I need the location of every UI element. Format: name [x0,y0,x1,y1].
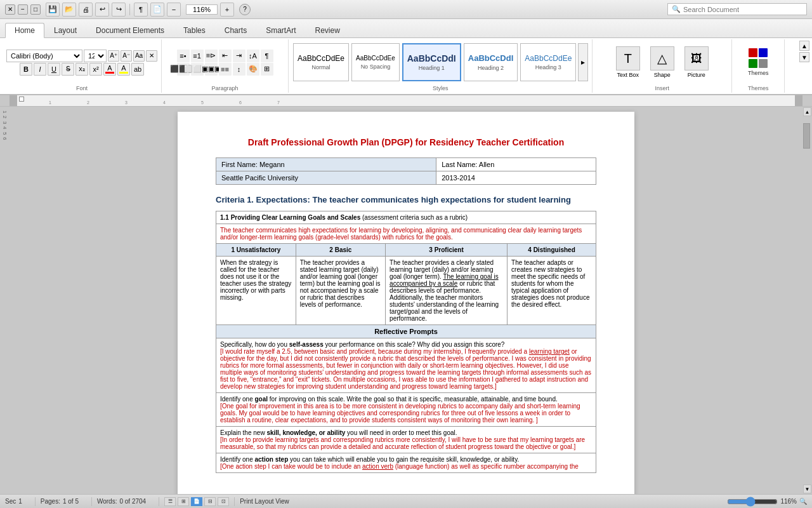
col-content-1: When the strategy is called for the teac… [216,257,296,325]
clear-format-btn[interactable]: ✕ [146,50,157,62]
insert-shape-btn[interactable]: △ Shape [646,42,678,83]
prompt-cell-1: Specifically, how do you self-assess you… [216,338,596,393]
font-size-decrease-btn[interactable]: A⁻ [121,50,132,62]
tab-review[interactable]: Review [305,23,349,37]
prompt-row-4: Identify one action step you can take wh… [216,453,596,473]
sort-btn[interactable]: ↕A [247,50,259,62]
view-list-btn[interactable]: ⊞ [178,497,189,506]
font-case-btn[interactable]: Aа [133,50,145,62]
font-name-select[interactable]: Calibri (Body) [6,50,82,62]
col-header-row: 1 Unsatisfactory 2 Basic 3 Proficient 4 … [216,244,596,257]
help-button[interactable]: ? [239,4,251,15]
format-icon[interactable]: ¶ [134,3,148,17]
menu-tabs: Home Layout Document Elements Tables Cha… [0,19,812,38]
scroll-up-btn[interactable]: ▲ [803,107,811,116]
section-subtitle: (assessment criteria such as a rubric) [362,214,468,221]
doc-area[interactable]: Draft Professional Growth Plan (DPGP) fo… [10,107,802,494]
criteria-heading: Criteria 1. Expectations: The teacher co… [216,195,596,204]
open-icon[interactable]: 📂 [62,3,76,17]
style-no-spacing[interactable]: AaBbCcDdEe No Spacing [351,43,400,81]
subscript-button[interactable]: x₂ [75,63,88,76]
indent-decrease-btn[interactable]: ⇤ [219,50,232,62]
right-scrollbar[interactable]: ▲ ▼ [802,107,812,494]
style-heading3[interactable]: AaBbCcDdEe Heading 3 [520,43,576,81]
tab-layout[interactable]: Layout [44,23,86,37]
zoom-in-icon[interactable]: + [220,3,234,17]
window-close-btn[interactable]: ✕ [5,4,15,15]
pages-label: Pages: [41,498,60,505]
page-marker-2: 2 [2,116,8,118]
view-web-btn[interactable]: ⊡ [218,497,229,506]
shading-btn[interactable]: 🎨 [247,63,259,76]
styles-scroll-arrow[interactable]: ▸ [578,43,588,81]
tab-charts[interactable]: Charts [215,23,256,37]
bold-button[interactable]: B [20,63,32,76]
doc-title: Draft Professional Growth Plan (DPGP) fo… [216,137,596,147]
styles-group: AaBbCcDdEe Normal AaBbCcDdEe No Spacing … [289,39,593,93]
page-marker-3: 3 [2,121,8,124]
undo-icon[interactable]: ↩ [95,3,109,17]
insert-text-styles-btn[interactable]: T Text Box [612,42,644,83]
status-sep-2 [91,497,92,506]
prompt-cell-3: Explain the new skill, knowledge, or abi… [216,427,596,453]
scroll-down-btn[interactable]: ▼ [803,485,811,493]
ruler-inner[interactable]: 1 2 3 4 5 6 7 [10,95,802,106]
col-content-3: The teacher provides a clearly stated le… [386,257,508,325]
view-buttons: ☰ ⊞ 📄 ⊟ ⊡ [164,497,229,506]
insert-picture-btn[interactable]: 🖼 Picture [681,42,712,83]
underline-button[interactable]: U [48,63,60,76]
window-minimize-btn[interactable]: − [18,4,28,15]
view-columns-btn[interactable]: ⊟ [204,497,216,506]
ruler-left-drag[interactable] [10,95,17,106]
print-icon[interactable]: 🖨 [79,3,93,17]
ribbon-collapse-btn[interactable]: ▲ [799,41,809,51]
window-maximize-btn[interactable]: □ [30,4,41,15]
save-icon[interactable]: 💾 [46,3,60,17]
zoom-box[interactable]: 116% [186,4,218,15]
numbered-list-btn[interactable]: ≡1 [191,50,204,62]
ruler-right-drag[interactable] [795,95,802,106]
scroll-thumb[interactable] [803,123,810,149]
tab-document-elements[interactable]: Document Elements [86,23,174,37]
tab-smartart[interactable]: SmartArt [256,23,305,37]
insert-textbox-label: Text Box [617,72,639,78]
line-spacing-btn[interactable]: ↕ [233,63,246,76]
tab-home[interactable]: Home [5,23,44,38]
borders-btn[interactable]: ⊞ [261,63,273,76]
font-color-button[interactable]: A [103,63,116,76]
info-row-1: First Name: Megann Last Name: Allen [216,158,596,171]
show-formatting-btn[interactable]: ¶ [261,50,273,62]
ribbon-expand-btn[interactable]: ▼ [799,52,809,62]
view-outline-btn[interactable]: ☰ [164,497,176,506]
style-heading2[interactable]: AaBbCcDdI Heading 2 [464,43,518,81]
font-size-select[interactable]: 12 [84,50,107,62]
view-page-btn[interactable]: 📄 [191,497,202,506]
align-right-btn[interactable]: ▣▣▣ [205,63,218,76]
character-shading-btn[interactable]: ab [131,63,144,76]
style-no-spacing-label: No Spacing [361,64,391,70]
highlight-color-button[interactable]: A [117,63,130,76]
font-group: Calibri (Body) 12 A⁺ A⁻ Aа ✕ B I U S̶ x₂… [3,39,162,93]
superscript-button[interactable]: x² [89,63,102,76]
justify-btn[interactable]: ≡≡ [219,63,232,76]
themes-button[interactable]: Themes [736,43,780,81]
font-size-increase-btn[interactable]: A⁺ [108,50,119,62]
bullet-list-btn[interactable]: ≡• [177,50,190,62]
zoom-slider[interactable] [727,498,778,505]
redo-icon[interactable]: ↪ [112,3,126,17]
style-normal[interactable]: AaBbCcDdEe Normal [293,43,349,81]
view-toggle-icon[interactable]: 📄 [150,3,164,17]
last-name-cell: Last Name: Allen [436,158,596,171]
search-box[interactable]: 🔍 [667,3,807,15]
search-input[interactable] [683,6,797,13]
zoom-out-icon[interactable]: − [167,3,181,17]
indent-increase-btn[interactable]: ⇥ [233,50,246,62]
outline-list-btn[interactable]: ≡⊳ [205,50,218,62]
zoom-controls: 116% 🔍 [727,498,807,505]
style-heading1[interactable]: AaBbCcDdI Heading 1 [402,43,461,81]
strikethrough-button[interactable]: S̶ [62,63,74,76]
search-icon: 🔍 [672,5,681,13]
italic-button[interactable]: I [34,63,46,76]
style-heading3-label: Heading 3 [535,64,561,70]
tab-tables[interactable]: Tables [174,23,215,37]
